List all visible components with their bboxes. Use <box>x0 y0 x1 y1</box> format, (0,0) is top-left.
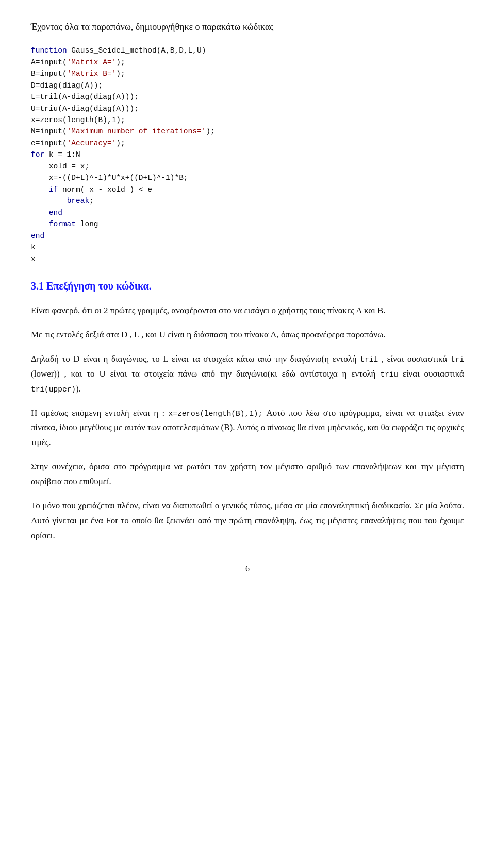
page-title: Έχοντας όλα τα παραπάνω, δημιουργήθηκε ο… <box>31 21 464 33</box>
paragraph-5: Στην συνέχεια, όρισα στο πρόγραμμα να ρω… <box>31 459 464 489</box>
paragraph-1: Είναι φανερό, ότι οι 2 πρώτες γραμμές, α… <box>31 303 464 318</box>
page-number: 6 <box>31 564 464 573</box>
paragraph-2: Με τις εντολές δεξιά στα D , L , και U ε… <box>31 328 464 343</box>
paragraph-4: Η αμέσως επόμενη εντολή είναι η : x=zero… <box>31 406 464 451</box>
code-block: function Gauss_Seidel_method(A,B,D,L,U) … <box>31 45 464 265</box>
section-heading: 3.1 Επεξήγηση του κώδικα. <box>31 280 464 292</box>
paragraph-6: Το μόνο που χρειάζεται πλέον, είναι να δ… <box>31 499 464 543</box>
paragraph-3: Δηλαδή το D είναι η διαγώνιος, το L είνα… <box>31 352 464 397</box>
